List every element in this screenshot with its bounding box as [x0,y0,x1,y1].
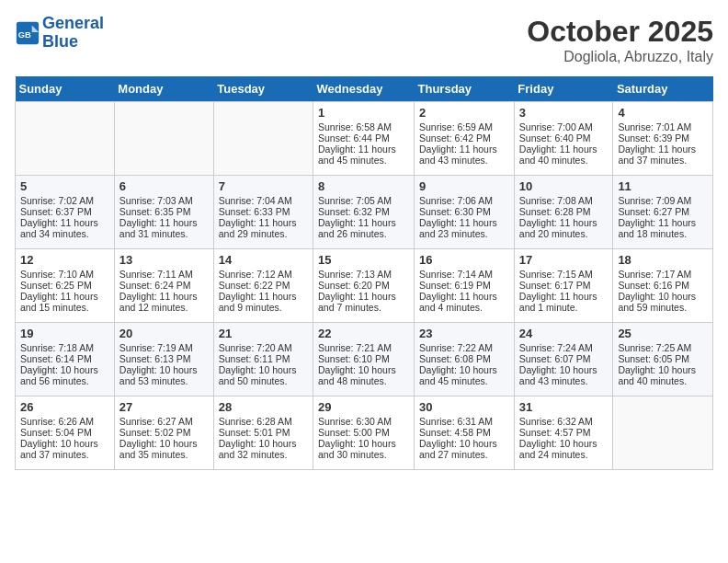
day-number: 16 [419,253,509,267]
calendar-cell [613,396,713,470]
day-info: Daylight: 10 hours and 45 minutes. [419,364,509,386]
day-info: Daylight: 11 hours and 4 minutes. [419,291,509,313]
day-number: 17 [519,253,609,267]
day-info: Sunset: 6:10 PM [318,353,409,364]
calendar-cell: 31Sunrise: 6:32 AMSunset: 4:57 PMDayligh… [514,396,613,470]
day-info: Daylight: 10 hours and 53 minutes. [119,364,209,386]
day-info: Sunrise: 7:09 AM [618,195,708,206]
calendar-cell: 8Sunrise: 7:05 AMSunset: 6:32 PMDaylight… [313,176,415,249]
day-info: Daylight: 11 hours and 23 minutes. [419,217,509,239]
day-info: Sunset: 6:35 PM [119,206,209,217]
day-number: 4 [618,106,708,120]
day-number: 3 [519,106,609,120]
day-info: Sunrise: 7:17 AM [618,269,708,280]
calendar-cell: 19Sunrise: 7:18 AMSunset: 6:14 PMDayligh… [16,323,115,396]
day-info: Sunrise: 7:21 AM [318,342,409,353]
day-info: Daylight: 11 hours and 40 minutes. [519,144,609,166]
day-info: Sunrise: 7:20 AM [219,342,308,353]
location: Dogliola, Abruzzo, Italy [527,49,713,65]
day-info: Sunset: 4:58 PM [419,427,509,438]
day-info: Sunrise: 7:24 AM [519,342,609,353]
calendar-cell: 6Sunrise: 7:03 AMSunset: 6:35 PMDaylight… [114,176,213,249]
day-info: Sunrise: 7:10 AM [20,269,109,280]
day-number: 28 [219,400,308,414]
day-number: 19 [20,327,109,340]
calendar-cell: 24Sunrise: 7:24 AMSunset: 6:07 PMDayligh… [514,323,613,396]
day-number: 26 [20,400,109,414]
day-info: Sunset: 4:57 PM [519,427,609,438]
day-number: 25 [618,327,708,340]
day-header-thursday: Thursday [415,76,515,102]
day-number: 23 [419,327,509,340]
day-info: Daylight: 11 hours and 7 minutes. [318,291,409,313]
day-number: 13 [119,253,209,267]
day-info: Sunrise: 7:12 AM [219,269,308,280]
month-title: October 2025 [527,15,713,49]
day-header-wednesday: Wednesday [313,76,415,102]
calendar-cell: 7Sunrise: 7:04 AMSunset: 6:33 PMDaylight… [213,176,313,249]
calendar-cell: 11Sunrise: 7:09 AMSunset: 6:27 PMDayligh… [613,176,713,249]
day-info: Sunrise: 7:03 AM [119,195,209,206]
day-info: Sunset: 6:08 PM [419,353,509,364]
calendar-cell: 10Sunrise: 7:08 AMSunset: 6:28 PMDayligh… [514,176,613,249]
day-number: 29 [318,400,409,414]
day-number: 12 [20,253,109,267]
day-info: Sunset: 6:13 PM [119,353,209,364]
day-info: Sunrise: 7:08 AM [519,195,609,206]
day-info: Sunset: 6:20 PM [318,280,409,291]
day-info: Sunrise: 6:59 AM [419,121,509,132]
logo-line2: Blue [42,32,78,51]
calendar-cell: 29Sunrise: 6:30 AMSunset: 5:00 PMDayligh… [313,396,415,470]
day-info: Sunset: 6:24 PM [119,280,209,291]
day-info: Daylight: 10 hours and 35 minutes. [119,438,209,460]
day-number: 14 [219,253,308,267]
day-info: Sunrise: 6:58 AM [318,121,409,132]
day-info: Daylight: 10 hours and 24 minutes. [519,438,609,460]
day-info: Sunset: 6:14 PM [20,353,109,364]
day-info: Sunrise: 7:04 AM [219,195,308,206]
calendar-cell: 16Sunrise: 7:14 AMSunset: 6:19 PMDayligh… [415,249,515,323]
day-number: 5 [20,179,109,193]
day-info: Sunset: 6:44 PM [318,132,409,144]
day-number: 9 [419,179,509,193]
week-row-2: 5Sunrise: 7:02 AMSunset: 6:37 PMDaylight… [16,176,713,249]
svg-text:GB: GB [18,29,31,39]
day-info: Daylight: 10 hours and 43 minutes. [519,364,609,386]
day-info: Sunrise: 7:02 AM [20,195,109,206]
day-info: Sunrise: 7:15 AM [519,269,609,280]
day-header-friday: Friday [514,76,613,102]
day-info: Daylight: 11 hours and 15 minutes. [20,291,109,313]
day-info: Daylight: 11 hours and 18 minutes. [618,217,708,239]
day-info: Sunrise: 7:11 AM [119,269,209,280]
day-info: Sunset: 5:04 PM [20,427,109,438]
day-info: Sunrise: 6:30 AM [318,416,409,427]
day-info: Sunset: 6:16 PM [618,280,708,291]
calendar-cell: 1Sunrise: 6:58 AMSunset: 6:44 PMDaylight… [313,102,415,176]
calendar-cell: 2Sunrise: 6:59 AMSunset: 6:42 PMDaylight… [415,102,515,176]
calendar-cell: 23Sunrise: 7:22 AMSunset: 6:08 PMDayligh… [415,323,515,396]
calendar-cell [114,102,213,176]
day-number: 30 [419,400,509,414]
day-number: 10 [519,179,609,193]
day-number: 21 [219,327,308,340]
day-info: Daylight: 10 hours and 56 minutes. [20,364,109,386]
day-info: Daylight: 10 hours and 50 minutes. [219,364,308,386]
day-info: Sunset: 6:17 PM [519,280,609,291]
logo-icon: GB [15,20,40,46]
day-number: 27 [119,400,209,414]
day-info: Sunrise: 6:31 AM [419,416,509,427]
day-info: Sunset: 6:37 PM [20,206,109,217]
day-number: 1 [318,106,409,120]
week-row-1: 1Sunrise: 6:58 AMSunset: 6:44 PMDaylight… [16,102,713,176]
day-header-sunday: Sunday [16,76,115,102]
day-info: Sunset: 6:42 PM [419,132,509,144]
day-info: Sunset: 6:33 PM [219,206,308,217]
day-info: Sunset: 6:19 PM [419,280,509,291]
week-row-5: 26Sunrise: 6:26 AMSunset: 5:04 PMDayligh… [16,396,713,470]
calendar-cell: 4Sunrise: 7:01 AMSunset: 6:39 PMDaylight… [613,102,713,176]
day-info: Sunrise: 7:13 AM [318,269,409,280]
logo-text: General Blue [42,15,104,52]
day-info: Daylight: 11 hours and 43 minutes. [419,144,509,166]
calendar-cell: 17Sunrise: 7:15 AMSunset: 6:17 PMDayligh… [514,249,613,323]
calendar-cell: 5Sunrise: 7:02 AMSunset: 6:37 PMDaylight… [16,176,115,249]
